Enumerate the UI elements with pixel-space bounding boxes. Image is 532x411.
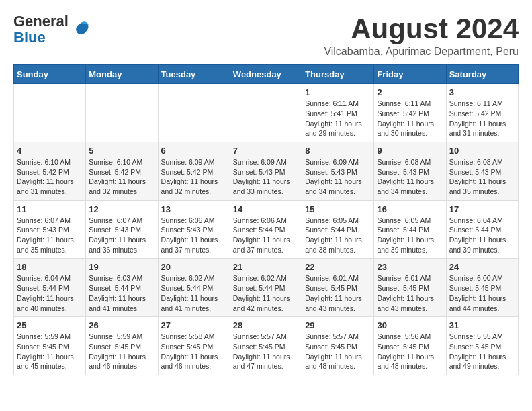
calendar-cell: 2Sunrise: 6:11 AM Sunset: 5:42 PM Daylig… <box>374 84 446 142</box>
day-info: Sunrise: 6:03 AM Sunset: 5:44 PM Dayligh… <box>89 273 154 313</box>
calendar-header: SundayMondayTuesdayWednesdayThursdayFrid… <box>14 65 519 84</box>
day-number: 29 <box>305 320 371 330</box>
day-number: 4 <box>17 146 83 156</box>
day-number: 17 <box>449 204 515 214</box>
calendar-cell: 26Sunrise: 5:59 AM Sunset: 5:45 PM Dayli… <box>86 317 158 375</box>
calendar-cell: 10Sunrise: 6:08 AM Sunset: 5:43 PM Dayli… <box>446 142 518 200</box>
day-of-week-header: Friday <box>374 65 446 84</box>
day-info: Sunrise: 6:07 AM Sunset: 5:43 PM Dayligh… <box>89 216 154 255</box>
calendar-cell: 14Sunrise: 6:06 AM Sunset: 5:44 PM Dayli… <box>230 200 302 259</box>
calendar-week-row: 25Sunrise: 5:59 AM Sunset: 5:45 PM Dayli… <box>14 317 519 375</box>
day-info: Sunrise: 6:10 AM Sunset: 5:42 PM Dayligh… <box>17 157 83 197</box>
calendar-cell: 23Sunrise: 6:01 AM Sunset: 5:45 PM Dayli… <box>374 259 446 317</box>
day-of-week-header: Monday <box>86 65 158 84</box>
day-number: 3 <box>449 87 515 97</box>
day-info: Sunrise: 6:09 AM Sunset: 5:43 PM Dayligh… <box>305 157 371 197</box>
day-of-week-header: Thursday <box>302 65 374 84</box>
calendar-cell <box>14 84 86 142</box>
calendar-cell: 28Sunrise: 5:57 AM Sunset: 5:45 PM Dayli… <box>230 317 302 375</box>
day-info: Sunrise: 5:56 AM Sunset: 5:45 PM Dayligh… <box>377 332 443 371</box>
calendar-cell: 6Sunrise: 6:09 AM Sunset: 5:42 PM Daylig… <box>158 142 230 200</box>
day-of-week-header: Saturday <box>446 65 518 84</box>
calendar-cell: 4Sunrise: 6:10 AM Sunset: 5:42 PM Daylig… <box>14 142 86 200</box>
day-number: 10 <box>449 146 515 156</box>
day-number: 28 <box>233 320 299 330</box>
day-info: Sunrise: 6:01 AM Sunset: 5:45 PM Dayligh… <box>377 273 443 313</box>
day-number: 15 <box>305 204 371 214</box>
day-info: Sunrise: 5:55 AM Sunset: 5:45 PM Dayligh… <box>449 332 515 371</box>
day-info: Sunrise: 6:02 AM Sunset: 5:44 PM Dayligh… <box>161 273 227 313</box>
calendar-cell: 11Sunrise: 6:07 AM Sunset: 5:43 PM Dayli… <box>14 200 86 259</box>
day-number: 9 <box>377 146 443 156</box>
day-number: 22 <box>305 262 371 272</box>
day-number: 21 <box>233 262 299 272</box>
day-info: Sunrise: 6:10 AM Sunset: 5:42 PM Dayligh… <box>89 157 154 197</box>
calendar-cell: 12Sunrise: 6:07 AM Sunset: 5:43 PM Dayli… <box>86 200 158 259</box>
calendar-cell: 9Sunrise: 6:08 AM Sunset: 5:43 PM Daylig… <box>374 142 446 200</box>
calendar-cell: 7Sunrise: 6:09 AM Sunset: 5:43 PM Daylig… <box>230 142 302 200</box>
day-number: 20 <box>161 262 227 272</box>
day-number: 1 <box>305 87 371 97</box>
calendar-table: SundayMondayTuesdayWednesdayThursdayFrid… <box>13 64 519 375</box>
logo-bird-icon <box>71 19 91 40</box>
day-info: Sunrise: 6:05 AM Sunset: 5:44 PM Dayligh… <box>377 216 443 255</box>
calendar-cell: 17Sunrise: 6:04 AM Sunset: 5:44 PM Dayli… <box>446 200 518 259</box>
day-info: Sunrise: 6:06 AM Sunset: 5:44 PM Dayligh… <box>233 216 299 255</box>
day-number: 30 <box>377 320 443 330</box>
day-number: 5 <box>89 146 154 156</box>
day-info: Sunrise: 6:04 AM Sunset: 5:44 PM Dayligh… <box>17 273 83 313</box>
calendar-cell: 8Sunrise: 6:09 AM Sunset: 5:43 PM Daylig… <box>302 142 374 200</box>
day-info: Sunrise: 5:57 AM Sunset: 5:45 PM Dayligh… <box>305 332 371 371</box>
calendar-body: 1Sunrise: 6:11 AM Sunset: 5:41 PM Daylig… <box>14 84 519 375</box>
day-number: 18 <box>17 262 83 272</box>
calendar-cell: 15Sunrise: 6:05 AM Sunset: 5:44 PM Dayli… <box>302 200 374 259</box>
day-number: 23 <box>377 262 443 272</box>
day-number: 31 <box>449 320 515 330</box>
day-number: 8 <box>305 146 371 156</box>
day-number: 27 <box>161 320 227 330</box>
day-info: Sunrise: 6:04 AM Sunset: 5:44 PM Dayligh… <box>449 216 515 255</box>
day-info: Sunrise: 6:05 AM Sunset: 5:44 PM Dayligh… <box>305 216 371 255</box>
day-number: 16 <box>377 204 443 214</box>
day-info: Sunrise: 6:06 AM Sunset: 5:43 PM Dayligh… <box>161 216 227 255</box>
logo-blue-text: Blue <box>13 29 46 46</box>
title-section: August 2024 Vilcabamba, Apurimac Departm… <box>324 13 519 58</box>
calendar-cell <box>230 84 302 142</box>
calendar-cell <box>158 84 230 142</box>
day-info: Sunrise: 5:57 AM Sunset: 5:45 PM Dayligh… <box>233 332 299 371</box>
calendar-cell: 5Sunrise: 6:10 AM Sunset: 5:42 PM Daylig… <box>86 142 158 200</box>
calendar-week-row: 1Sunrise: 6:11 AM Sunset: 5:41 PM Daylig… <box>14 84 519 142</box>
calendar-cell: 18Sunrise: 6:04 AM Sunset: 5:44 PM Dayli… <box>14 259 86 317</box>
days-of-week-row: SundayMondayTuesdayWednesdayThursdayFrid… <box>14 65 519 84</box>
logo: General Blue <box>13 13 91 46</box>
day-info: Sunrise: 6:08 AM Sunset: 5:43 PM Dayligh… <box>377 157 443 197</box>
day-number: 13 <box>161 204 227 214</box>
subtitle: Vilcabamba, Apurimac Department, Peru <box>324 46 519 58</box>
day-number: 7 <box>233 146 299 156</box>
day-info: Sunrise: 6:11 AM Sunset: 5:41 PM Dayligh… <box>305 99 371 138</box>
day-info: Sunrise: 6:02 AM Sunset: 5:44 PM Dayligh… <box>233 273 299 313</box>
day-info: Sunrise: 6:00 AM Sunset: 5:45 PM Dayligh… <box>449 273 515 313</box>
day-of-week-header: Sunday <box>14 65 86 84</box>
calendar-cell: 1Sunrise: 6:11 AM Sunset: 5:41 PM Daylig… <box>302 84 374 142</box>
calendar-cell: 19Sunrise: 6:03 AM Sunset: 5:44 PM Dayli… <box>86 259 158 317</box>
day-number: 19 <box>89 262 154 272</box>
day-info: Sunrise: 6:11 AM Sunset: 5:42 PM Dayligh… <box>449 99 515 138</box>
day-info: Sunrise: 6:07 AM Sunset: 5:43 PM Dayligh… <box>17 216 83 255</box>
calendar-cell: 31Sunrise: 5:55 AM Sunset: 5:45 PM Dayli… <box>446 317 518 375</box>
day-number: 6 <box>161 146 227 156</box>
calendar-cell: 29Sunrise: 5:57 AM Sunset: 5:45 PM Dayli… <box>302 317 374 375</box>
day-number: 12 <box>89 204 154 214</box>
page-header: General Blue August 2024 Vilcabamba, Apu… <box>13 13 519 58</box>
calendar-cell: 16Sunrise: 6:05 AM Sunset: 5:44 PM Dayli… <box>374 200 446 259</box>
day-info: Sunrise: 6:11 AM Sunset: 5:42 PM Dayligh… <box>377 99 443 138</box>
calendar-cell: 27Sunrise: 5:58 AM Sunset: 5:45 PM Dayli… <box>158 317 230 375</box>
day-number: 11 <box>17 204 83 214</box>
day-info: Sunrise: 6:09 AM Sunset: 5:43 PM Dayligh… <box>233 157 299 197</box>
day-info: Sunrise: 5:58 AM Sunset: 5:45 PM Dayligh… <box>161 332 227 371</box>
calendar-cell <box>86 84 158 142</box>
calendar-cell: 22Sunrise: 6:01 AM Sunset: 5:45 PM Dayli… <box>302 259 374 317</box>
calendar-cell: 21Sunrise: 6:02 AM Sunset: 5:44 PM Dayli… <box>230 259 302 317</box>
day-info: Sunrise: 6:01 AM Sunset: 5:45 PM Dayligh… <box>305 273 371 313</box>
calendar-cell: 25Sunrise: 5:59 AM Sunset: 5:45 PM Dayli… <box>14 317 86 375</box>
